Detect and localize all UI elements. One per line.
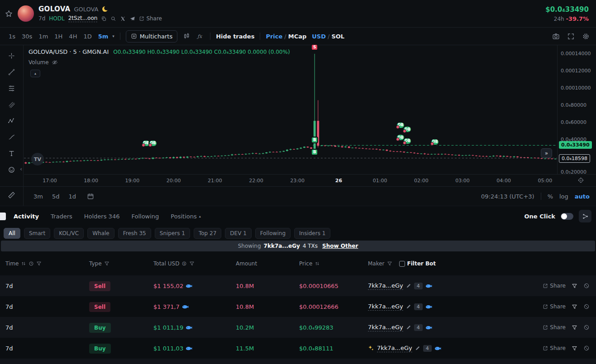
telegram-button[interactable] <box>129 16 135 22</box>
timeframe-1s[interactable]: 1s <box>6 32 18 41</box>
one-click-toggle[interactable] <box>561 213 573 220</box>
reset-scale-button[interactable] <box>577 177 584 184</box>
filter-tab-all[interactable]: All <box>4 228 20 239</box>
fib-tool-button[interactable] <box>5 82 18 95</box>
filter-tab-top-27[interactable]: Top 27 <box>194 228 221 239</box>
filter-bot-checkbox[interactable] <box>399 261 405 267</box>
filter-tab-insiders-1[interactable]: Insiders 1 <box>294 228 330 239</box>
clock-icon[interactable] <box>29 261 34 266</box>
filter-tab-smart[interactable]: Smart <box>24 228 50 239</box>
pitchfork-tool-button[interactable] <box>5 98 18 111</box>
filter-funnel-icon[interactable] <box>189 261 195 266</box>
filter-funnel-icon[interactable] <box>36 261 42 266</box>
filter-tab-fresh-35[interactable]: Fresh 35 <box>118 228 151 239</box>
timeframe-1m[interactable]: 1m <box>36 32 50 41</box>
indicators-button[interactable] <box>196 32 205 40</box>
emoji-tool-button[interactable] <box>5 163 18 176</box>
show-other-link[interactable]: Show Other <box>322 243 358 249</box>
maker-address-link[interactable]: 7kk7a...eGy <box>368 303 403 311</box>
col-header-maker[interactable]: Maker Filter Bot <box>368 260 528 267</box>
hide-trades-button[interactable]: Hide trades <box>216 33 254 40</box>
trade-marker-dev[interactable]: DB <box>403 137 412 145</box>
chart-plot[interactable]: GOLOVA/USD · 5 · GMGN.AI O0.0₄33490 H0.0… <box>24 45 557 174</box>
trade-row[interactable]: 7dSell$1 371,710.8M$0.000126667kk7a...eG… <box>0 296 596 317</box>
crosshair-tool-button[interactable] <box>5 49 18 62</box>
trade-marker-buy[interactable]: B <box>311 149 318 156</box>
share-trade-button[interactable]: Share <box>543 324 566 331</box>
trade-row[interactable]: 7dBuy$1 011,1910.2M$0.0₄992837kk7a...eGy… <box>0 317 596 338</box>
tab-positions[interactable]: Positions▴ <box>171 213 200 220</box>
range-1d-button[interactable]: 1d <box>64 193 81 200</box>
trade-marker-buy[interactable]: B <box>311 137 318 143</box>
range-3m-button[interactable]: 3m <box>29 193 48 200</box>
share-trade-button[interactable]: Share <box>543 283 566 289</box>
multicharts-button[interactable]: Multicharts <box>126 30 177 43</box>
copy-address-button[interactable] <box>101 16 107 22</box>
coin-icon[interactable] <box>181 261 187 266</box>
filter-tab-following[interactable]: Following <box>255 228 291 239</box>
percent-scale-button[interactable]: % <box>548 193 553 200</box>
price-axis[interactable]: 0.0₄33490 0.0₄18598 0.000140000.00012000… <box>557 45 596 174</box>
col-header-type[interactable]: Type <box>89 260 153 267</box>
trade-marker-dev[interactable]: DB <box>403 126 412 133</box>
usd-sol-toggle[interactable]: USD/SOL <box>312 33 344 40</box>
share-panel-button[interactable] <box>579 210 591 222</box>
col-header-time[interactable]: Time <box>5 260 89 267</box>
range-5d-button[interactable]: 5d <box>48 193 64 200</box>
maker-address-link[interactable]: 7kk7a...eGy <box>368 282 403 290</box>
maker-address-link[interactable]: 7kk7a...eGy <box>377 345 412 352</box>
trade-row[interactable]: 7dBuy$1 011,0311.5M$0.0₄881117kk7a...eGy… <box>0 338 596 359</box>
pattern-tool-button[interactable] <box>5 114 18 127</box>
share-token-button[interactable]: Share <box>139 15 162 22</box>
filter-funnel-icon[interactable] <box>104 261 110 266</box>
token-address[interactable]: 2tSzt...oon <box>68 15 98 22</box>
price-mcap-toggle[interactable]: Price/MCap <box>266 33 306 40</box>
col-header-total-usd[interactable]: Total USD <box>153 260 236 267</box>
brush-tool-button[interactable] <box>5 131 18 143</box>
text-tool-button[interactable] <box>5 147 18 160</box>
share-trade-button[interactable]: Share <box>543 345 566 351</box>
timeframe-30s[interactable]: 30s <box>19 32 34 41</box>
chevron-down-icon[interactable]: ▾ <box>112 34 114 38</box>
auto-scale-button[interactable]: auto <box>575 193 590 200</box>
timeframe-1h[interactable]: 1H <box>52 32 65 41</box>
camera-icon <box>552 33 560 40</box>
sort-icon[interactable] <box>315 261 320 266</box>
goto-date-button[interactable] <box>87 193 94 200</box>
screenshot-button[interactable] <box>552 33 560 40</box>
maker-address-link[interactable]: 7kk7a...eGy <box>368 324 403 331</box>
log-scale-button[interactable]: log <box>559 193 568 200</box>
timeframe-1d[interactable]: 1D <box>81 32 94 41</box>
filter-tab-snipers-1[interactable]: Snipers 1 <box>155 228 190 239</box>
chart-settings-button[interactable] <box>582 33 590 40</box>
tab-traders[interactable]: Traders <box>51 213 72 220</box>
filter-tab-dev-1[interactable]: DEV 1 <box>225 228 251 239</box>
time-axis[interactable]: 17:0018:0019:0020:0021:0022:0023:002601:… <box>24 174 596 186</box>
filter-funnel-icon[interactable] <box>387 261 392 266</box>
goto-latest-button[interactable]: » <box>541 148 552 158</box>
filter-tab-whale[interactable]: Whale <box>87 228 114 239</box>
trade-marker-dev[interactable]: DB <box>148 140 157 147</box>
tab-holders-346[interactable]: Holders 346 <box>84 213 120 220</box>
trend-line-tool-button[interactable] <box>5 66 18 78</box>
filter-tab-kol-vc[interactable]: KOL/VC <box>54 228 84 239</box>
tab-following[interactable]: Following <box>131 213 159 220</box>
share-trade-button[interactable]: Share <box>543 303 566 310</box>
trade-marker-dev[interactable]: DB <box>430 138 439 146</box>
panel-drag-handle[interactable] <box>0 213 6 220</box>
whale-icon <box>186 346 192 351</box>
compare-candles-button[interactable] <box>183 32 191 40</box>
trade-row[interactable]: 7dSell$1 155,0210.8M$0.000106657kk7a...e… <box>0 275 596 296</box>
search-token-button[interactable] <box>110 16 116 22</box>
fullscreen-button[interactable] <box>567 33 575 40</box>
sort-icon[interactable] <box>21 261 26 266</box>
col-header-price[interactable]: Price <box>299 260 368 267</box>
timeframe-active[interactable]: 5m <box>96 32 111 41</box>
tab-activity[interactable]: Activity <box>14 213 39 220</box>
trade-marker-sell[interactable]: S <box>311 44 318 51</box>
clock-timezone[interactable]: 09:24:13 (UTC+3) <box>481 193 534 200</box>
timeframe-4h[interactable]: 4H <box>67 32 79 41</box>
x-twitter-button[interactable] <box>120 16 126 22</box>
sidebar-collapse-chevron[interactable]: ‹ <box>20 165 22 172</box>
favorite-star-button[interactable] <box>5 9 13 18</box>
